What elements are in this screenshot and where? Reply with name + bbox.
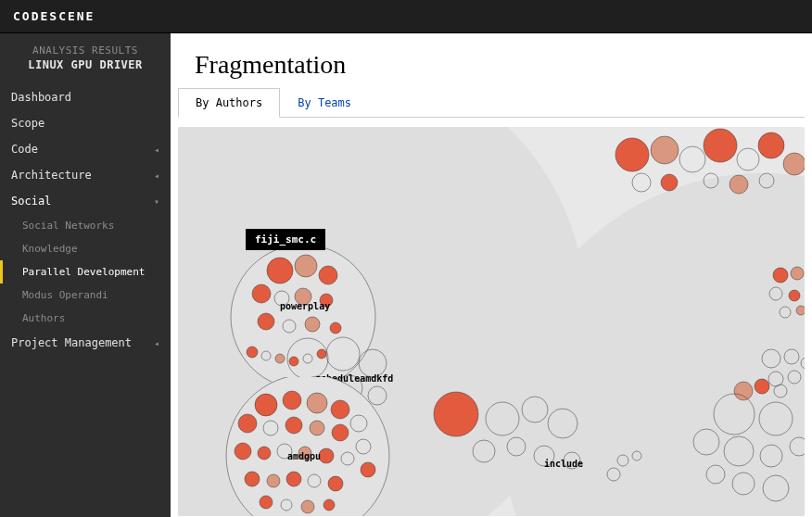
svg-point-67 [486, 402, 519, 435]
svg-point-48 [235, 443, 251, 460]
svg-point-98 [768, 372, 783, 386]
nav-dashboard-label: Dashboard [11, 91, 71, 104]
cluster-right-b[interactable] [753, 340, 805, 396]
svg-point-9 [704, 173, 718, 188]
svg-point-96 [784, 349, 799, 364]
file-tooltip: fiji_smc.c [246, 229, 325, 250]
cluster-amdgpu[interactable] [220, 377, 396, 516]
svg-point-0 [615, 138, 649, 171]
svg-point-94 [796, 306, 805, 315]
sidebar-header: ANALYSIS RESULTS LINUX GPU DRIVER [0, 33, 171, 84]
svg-point-13 [267, 258, 293, 284]
svg-point-1 [651, 136, 679, 164]
svg-point-10 [730, 175, 748, 194]
nav-knowledge[interactable]: Knowledge [0, 237, 171, 260]
nav-modus-operandi[interactable]: Modus Operandi [0, 284, 171, 307]
svg-point-7 [632, 173, 651, 192]
cluster-include[interactable] [428, 377, 805, 516]
svg-point-51 [298, 447, 311, 460]
svg-point-42 [238, 414, 257, 433]
nav-social-networks[interactable]: Social Networks [0, 214, 171, 237]
svg-point-16 [252, 284, 271, 303]
caret-left-icon: ◂ [154, 170, 159, 181]
tabs: By Authors By Teams [178, 87, 805, 118]
svg-point-92 [789, 290, 800, 301]
svg-point-52 [319, 448, 334, 463]
svg-point-49 [258, 447, 271, 460]
caret-down-icon: ▾ [154, 196, 159, 207]
svg-point-6 [783, 153, 805, 175]
nav-scope-label: Scope [11, 117, 44, 130]
svg-point-46 [332, 424, 349, 441]
tab-by-teams[interactable]: By Teams [280, 88, 369, 118]
svg-point-72 [534, 446, 554, 466]
svg-point-60 [260, 496, 273, 509]
nav-architecture[interactable]: Architecture◂ [0, 162, 171, 188]
svg-point-38 [283, 391, 301, 410]
svg-point-54 [361, 462, 375, 477]
svg-point-19 [320, 294, 333, 307]
svg-point-77 [714, 394, 755, 435]
svg-point-39 [307, 393, 327, 413]
page-title: Fragmentation [171, 33, 812, 87]
fragmentation-visualization[interactable]: fiji_smc.c powerplay [178, 127, 805, 516]
caret-left-icon: ◂ [154, 145, 159, 155]
svg-point-69 [548, 409, 577, 438]
nav-scope[interactable]: Scope [0, 110, 171, 136]
svg-point-83 [706, 465, 725, 484]
svg-point-44 [285, 417, 302, 434]
nav-dashboard[interactable]: Dashboard [0, 84, 171, 110]
svg-point-82 [790, 437, 805, 456]
svg-point-11 [759, 173, 774, 188]
analysis-results-label: ANALYSIS RESULTS [0, 44, 171, 57]
nav-social-label: Social [11, 195, 51, 208]
caret-left-icon: ◂ [154, 338, 159, 348]
svg-point-30 [287, 338, 328, 379]
svg-point-24 [247, 347, 258, 358]
nav-project-management[interactable]: Project Management◂ [0, 330, 171, 356]
svg-point-55 [245, 472, 260, 486]
svg-point-97 [801, 358, 805, 369]
svg-point-45 [310, 421, 324, 435]
tab-by-authors[interactable]: By Authors [178, 88, 280, 118]
nav-code[interactable]: Code◂ [0, 136, 171, 162]
svg-point-5 [758, 132, 784, 158]
svg-point-78 [759, 402, 793, 435]
nav-code-label: Code [11, 143, 38, 156]
cluster-topright[interactable] [614, 127, 805, 210]
svg-point-93 [780, 307, 791, 318]
svg-point-3 [704, 129, 737, 162]
svg-point-86 [617, 455, 628, 466]
svg-point-70 [473, 440, 495, 462]
svg-point-31 [326, 337, 360, 371]
nav-social[interactable]: Social▾ [0, 188, 171, 214]
svg-point-8 [661, 174, 678, 191]
svg-point-73 [564, 452, 580, 469]
main-content: Fragmentation By Authors By Teams fiji_s… [171, 33, 812, 517]
svg-point-4 [737, 148, 759, 170]
svg-point-74 [734, 382, 753, 400]
cluster-right-a[interactable] [762, 257, 805, 331]
nav-pm-label: Project Management [11, 336, 132, 349]
app-shell: ANALYSIS RESULTS LINUX GPU DRIVER Dashbo… [0, 33, 812, 517]
svg-point-57 [286, 472, 301, 486]
svg-point-18 [295, 288, 311, 305]
svg-point-32 [359, 349, 387, 377]
svg-point-90 [791, 267, 804, 280]
svg-point-62 [301, 500, 314, 513]
brand-logo: CODESCENE [13, 9, 95, 23]
svg-point-87 [632, 451, 641, 460]
svg-point-2 [679, 146, 705, 172]
nav-architecture-label: Architecture [11, 169, 92, 182]
nav-authors[interactable]: Authors [0, 307, 171, 330]
svg-point-91 [769, 287, 782, 300]
svg-point-99 [788, 371, 801, 384]
svg-point-37 [255, 394, 277, 416]
nav-parallel-development[interactable]: Parallel Development [0, 260, 171, 284]
svg-point-15 [319, 266, 337, 284]
topbar: CODESCENE [0, 0, 812, 33]
sidebar: ANALYSIS RESULTS LINUX GPU DRIVER Dashbo… [0, 33, 171, 517]
svg-point-66 [434, 392, 478, 436]
svg-point-71 [507, 437, 526, 456]
svg-point-85 [763, 475, 789, 501]
